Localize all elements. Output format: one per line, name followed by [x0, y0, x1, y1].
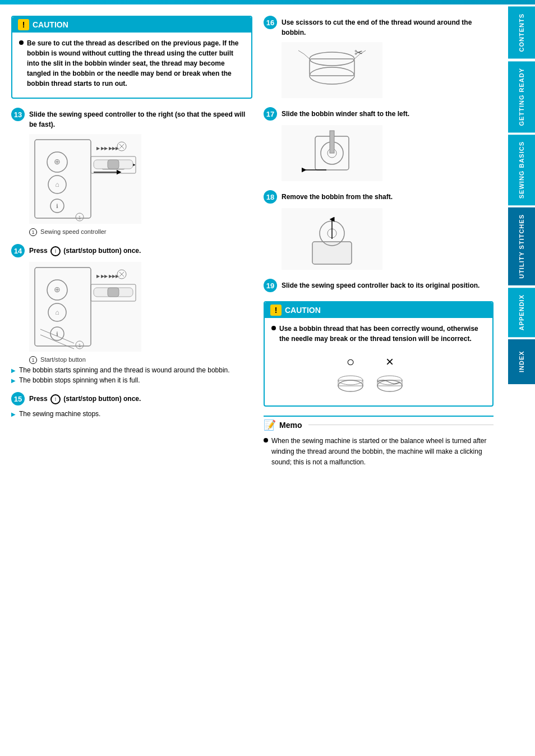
svg-text:✂: ✂	[354, 47, 363, 58]
step-15-header: 15 Press ↕ (start/stop button) once.	[11, 392, 252, 405]
step-13-text: Slide the sewing speed controller to the…	[29, 108, 252, 130]
memo-bullet-dot	[264, 438, 268, 442]
step-14-arrow1: The bobbin starts spinning and the threa…	[11, 366, 252, 374]
caution-icon-1: !	[18, 19, 29, 30]
bobbin-check-x: ○ ×	[271, 349, 486, 394]
svg-text:⌂: ⌂	[55, 308, 59, 316]
svg-text:○: ○	[347, 354, 355, 369]
caution-box-1: ! CAUTION Be sure to cut the thread as d…	[11, 16, 252, 99]
svg-text:⊕: ⊕	[54, 157, 61, 166]
caution1-bullet: Be sure to cut the thread as described o…	[19, 38, 245, 89]
bullet-dot	[19, 40, 24, 45]
svg-rect-46	[312, 242, 352, 264]
memo-icon: 📝	[264, 419, 276, 431]
step-16-num: 16	[264, 16, 277, 29]
svg-text:▶ ▶▶ ▶▶▶: ▶ ▶▶ ▶▶▶	[96, 146, 119, 151]
step-19-text: Slide the sewing speed controller back t…	[282, 279, 479, 291]
top-bar	[0, 0, 535, 4]
sidebar-tab-sewing-basics[interactable]: SEWING BASICS	[508, 135, 535, 205]
step-19-header: 19 Slide the sewing speed controller bac…	[264, 279, 494, 292]
right-column: 16 Use scissors to cut the end of the th…	[264, 16, 494, 745]
start-stop-icon-15: ↕	[50, 394, 61, 404]
step-15-arrow1: The sewing machine stops.	[11, 410, 252, 418]
step-13-illustration: ⊕ ⌂ ℹ ▶ ▶▶ ▶▶▶	[29, 134, 141, 224]
step-18: 18 Remove the bobbin from the shaft.	[264, 190, 494, 270]
step-15: 15 Press ↕ (start/stop button) once. The…	[11, 392, 252, 418]
svg-text:⊕: ⊕	[54, 285, 61, 294]
svg-text:▶ ▶▶ ▶▶▶: ▶ ▶▶ ▶▶▶	[96, 274, 119, 279]
svg-text:⌂: ⌂	[55, 181, 59, 188]
step-18-text: Remove the bobbin from the shaft.	[282, 190, 393, 202]
step-15-num: 15	[11, 392, 25, 405]
svg-rect-32	[108, 288, 119, 297]
step-16-text: Use scissors to cut the end of the threa…	[282, 16, 494, 38]
step-14-header: 14 Press ↕ (start/stop button) once.	[11, 244, 252, 257]
caution-title-2: CAUTION	[285, 306, 321, 315]
step-13-num: 13	[11, 108, 25, 121]
step-14-text: Press ↕ (start/stop button) once.	[29, 244, 141, 256]
step-13: 13 Slide the sewing speed controller to …	[11, 108, 252, 236]
svg-text:ℹ: ℹ	[56, 203, 58, 209]
sidebar-tab-getting-ready[interactable]: GETTING READY	[508, 61, 535, 132]
bullet-dot-2	[271, 326, 276, 330]
svg-text:1: 1	[78, 343, 81, 348]
memo-box: 📝 Memo When the sewing machine is starte…	[264, 416, 494, 468]
caution-header-2: ! CAUTION	[265, 302, 492, 318]
step-14-arrow2: The bobbin stops spinning when it is ful…	[11, 376, 252, 384]
step-18-num: 18	[264, 190, 277, 204]
caution-header-1: ! CAUTION	[12, 17, 251, 33]
memo-header: 📝 Memo	[264, 419, 494, 431]
caution2-text: Use a bobbin thread that has been correc…	[279, 324, 486, 344]
step-19: 19 Slide the sewing speed controller bac…	[264, 279, 494, 292]
step-17-header: 17 Slide the bobbin winder shaft to the …	[264, 107, 494, 121]
step-14-num: 14	[11, 244, 25, 257]
step-18-header: 18 Remove the bobbin from the shaft.	[264, 190, 494, 204]
memo-bullet: When the sewing machine is started or th…	[264, 436, 494, 468]
start-stop-icon-14: ↕	[50, 246, 61, 256]
step-16: 16 Use scissors to cut the end of the th…	[264, 16, 494, 98]
step-19-num: 19	[264, 279, 277, 292]
step-13-caption: 1 Sewing speed controller	[29, 228, 252, 236]
step-15-text: Press ↕ (start/stop button) once.	[29, 392, 141, 404]
step-14-caption: 1 Start/stop button	[29, 356, 252, 364]
sidebar-tab-appendix[interactable]: APPENDIX	[508, 288, 535, 337]
step-17: 17 Slide the bobbin winder shaft to the …	[264, 107, 494, 181]
step-16-header: 16 Use scissors to cut the end of the th…	[264, 16, 494, 38]
sidebar-tab-contents[interactable]: CONTENTS	[508, 7, 535, 59]
svg-text:×: ×	[386, 354, 394, 369]
sidebar: CONTENTS GETTING READY SEWING BASICS UTI…	[508, 4, 535, 756]
step-17-illustration	[282, 125, 382, 181]
step-17-num: 17	[264, 107, 277, 121]
caution1-text: Be sure to cut the thread as described o…	[27, 38, 245, 89]
step-13-header: 13 Slide the sewing speed controller to …	[11, 108, 252, 130]
step-16-illustration: ✂	[282, 42, 382, 98]
main-content: ! CAUTION Be sure to cut the thread as d…	[0, 4, 508, 756]
page-layout: ! CAUTION Be sure to cut the thread as d…	[0, 4, 535, 756]
caution-icon-2: !	[270, 305, 282, 316]
step-18-illustration	[282, 208, 382, 270]
memo-title: Memo	[279, 421, 302, 430]
caution-title-1: CAUTION	[33, 20, 68, 29]
svg-rect-44	[330, 131, 334, 153]
svg-text:1: 1	[78, 215, 81, 220]
svg-rect-19	[35, 268, 91, 346]
step-17-text: Slide the bobbin winder shaft to the lef…	[282, 107, 409, 119]
caution-box-2: ! CAUTION Use a bobbin thread that has b…	[264, 301, 494, 407]
sidebar-tab-index[interactable]: INDEX	[508, 339, 535, 384]
step-14: 14 Press ↕ (start/stop button) once. ⊕ ⌂	[11, 244, 252, 384]
caution2-bullet: Use a bobbin thread that has been correc…	[271, 324, 486, 344]
sidebar-tab-utility-stitches[interactable]: UTILITY STITCHES	[508, 208, 535, 285]
step-14-illustration: ⊕ ⌂ ℹ ▶ ▶▶ ▶▶▶	[29, 262, 141, 352]
svg-rect-15	[108, 160, 119, 169]
memo-text: When the sewing machine is started or th…	[271, 436, 494, 468]
svg-rect-0	[35, 140, 91, 218]
left-column: ! CAUTION Be sure to cut the thread as d…	[11, 16, 252, 745]
